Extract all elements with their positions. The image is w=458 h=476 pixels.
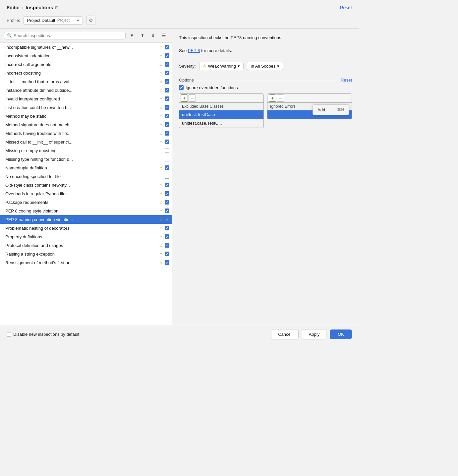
item-checkbox[interactable] [165, 243, 169, 248]
warning-icon: ⚠ [159, 183, 163, 187]
item-checkbox[interactable] [165, 148, 169, 153]
list-item[interactable]: Incorrect call arguments⚠ [0, 60, 172, 69]
item-name: Missing type hinting for function d... [5, 157, 163, 162]
list-item[interactable]: Method signature does not match⚠ [0, 120, 172, 129]
cancel-button[interactable]: Cancel [271, 329, 298, 339]
list-item[interactable]: Problematic nesting of decorators⚠ [0, 224, 172, 232]
ok-button[interactable]: OK [330, 329, 352, 339]
excluded-toolbar: + − [179, 94, 263, 103]
add-popup-item[interactable]: Add ⌘N [313, 105, 349, 114]
list-item[interactable]: No encoding specified for file [0, 172, 172, 181]
item-checkbox[interactable] [165, 105, 169, 110]
item-checkbox[interactable] [165, 200, 169, 205]
warning-icon: ⚠ [159, 243, 163, 248]
item-name: Method signature does not match [5, 122, 158, 127]
options-title: Options [179, 78, 194, 83]
severity-dropdown[interactable]: ⚠ Weak Warning ▾ [199, 62, 244, 70]
item-checkbox[interactable] [165, 226, 169, 230]
list-item[interactable]: Methods having troubles with firs...⚠ [0, 129, 172, 138]
list-item[interactable]: Property definitions⚠ [0, 232, 172, 241]
remove-ignored-button[interactable]: − [277, 94, 284, 102]
warning-icon: ⚠ [159, 131, 163, 136]
profile-dropdown[interactable]: Project Default Project ▾ [23, 16, 83, 25]
item-checkbox[interactable] [165, 183, 169, 187]
item-checkbox[interactable] [165, 252, 169, 256]
item-checkbox[interactable] [165, 165, 169, 170]
item-checkbox[interactable] [165, 217, 169, 222]
add-ignored-button[interactable]: + [269, 94, 276, 102]
list-item[interactable]: Incorrect docstring⚠ [0, 69, 172, 77]
list-item[interactable]: Raising a string exception⚠ [0, 250, 172, 258]
search-input[interactable] [14, 33, 123, 38]
search-input-wrap[interactable]: 🔍 [4, 32, 126, 39]
reset-link[interactable]: Reset [340, 5, 352, 10]
list-item[interactable]: Missing or empty docstring [0, 146, 172, 155]
list-item[interactable]: Instance attribute defined outside...⚠ [0, 86, 172, 94]
list-item[interactable]: Missed call to __init__ of super cl...⚠ [0, 138, 172, 146]
list-item[interactable]: PEP 8 naming convention violatio...⚠ [0, 215, 172, 224]
item-checkbox[interactable] [165, 174, 169, 179]
collapse-all-button[interactable]: ⬇ [149, 31, 157, 40]
list-item[interactable]: Old-style class contains new-sty...⚠ [0, 181, 172, 189]
item-checkbox[interactable] [165, 140, 169, 144]
severity-label: Severity: [179, 64, 196, 69]
warning-icon: ⚠ [159, 200, 163, 205]
item-checkbox[interactable] [165, 234, 169, 239]
group-button[interactable]: ☰ [159, 31, 168, 40]
ignore-checkbox[interactable] [179, 85, 184, 90]
options-reset-link[interactable]: Reset [341, 78, 352, 83]
table-row[interactable]: unittest.case.TestC... [179, 119, 263, 128]
item-checkbox[interactable] [165, 62, 169, 67]
table-row[interactable]: unittest.TestCase [179, 110, 263, 119]
gear-button[interactable]: ⚙ [86, 16, 95, 25]
action-buttons: Cancel Apply OK [271, 329, 352, 339]
apply-button[interactable]: Apply [302, 329, 327, 339]
list-item[interactable]: Invalid interpreter configured⚠ [0, 94, 172, 103]
expand-all-button[interactable]: ⬆ [138, 31, 147, 40]
list-item[interactable]: Missing type hinting for function d... [0, 155, 172, 163]
item-name: Invalid interpreter configured [5, 96, 158, 101]
list-item[interactable]: Reassignment of method's first ar...⚠ [0, 258, 172, 267]
list-item[interactable]: Incompatible signatures of __new...⚠ [0, 43, 172, 51]
list-item[interactable]: Package requirements⚠ [0, 198, 172, 207]
options-section: Options Reset Ignore overridden function… [179, 78, 352, 128]
item-checkbox[interactable] [165, 79, 169, 84]
scope-dropdown[interactable]: In All Scopes ▾ [247, 62, 283, 70]
disable-checkbox[interactable] [7, 332, 11, 337]
search-row: 🔍 ▼ ⬆ ⬇ ☰ [0, 29, 172, 43]
list-item[interactable]: Namedtuple definition⚠ [0, 163, 172, 172]
remove-excluded-button[interactable]: − [189, 94, 196, 102]
list-item[interactable]: Inconsistent indentation⚠ [0, 51, 172, 60]
item-checkbox[interactable] [165, 96, 169, 101]
pep8-link[interactable]: PEP 8 [188, 48, 200, 53]
item-checkbox[interactable] [165, 53, 169, 58]
profile-name: Project Default [27, 18, 55, 23]
item-checkbox[interactable] [165, 260, 169, 265]
item-checkbox[interactable] [165, 45, 169, 49]
item-name: Old-style class contains new-sty... [5, 183, 158, 188]
item-checkbox[interactable] [165, 191, 169, 196]
item-checkbox[interactable] [165, 131, 169, 136]
list-item[interactable]: Overloads in regular Python files⚠ [0, 189, 172, 198]
list-item[interactable]: Protocol definition and usages⚠ [0, 241, 172, 250]
add-excluded-button[interactable]: + [181, 94, 188, 102]
list-item[interactable]: PEP 8 coding style violation⚠ [0, 207, 172, 215]
warning-icon: ⚠ [159, 261, 163, 265]
list-item[interactable]: Method may be static⚠ [0, 112, 172, 120]
item-checkbox[interactable] [165, 157, 169, 161]
item-checkbox[interactable] [165, 208, 169, 213]
item-checkbox[interactable] [165, 114, 169, 118]
item-checkbox[interactable] [165, 88, 169, 92]
warning-icon: ⚠ [159, 123, 163, 127]
list-item[interactable]: __init__ method that returns a val...⚠ [0, 77, 172, 86]
item-checkbox[interactable] [165, 71, 169, 75]
item-name: Raising a string exception [5, 252, 158, 257]
warning-icon: ⚠ [159, 45, 163, 49]
warning-icon: ⚠ [159, 71, 163, 75]
breadcrumb: Editor › Inspections ⊡ [7, 5, 58, 10]
warning-icon: ⚠ [159, 105, 163, 110]
list-item[interactable]: List creation could be rewritten b...⚠ [0, 103, 172, 112]
filter-button[interactable]: ▼ [128, 31, 136, 40]
item-checkbox[interactable] [165, 122, 169, 127]
excluded-header: Excluded Base Classes [179, 103, 263, 110]
